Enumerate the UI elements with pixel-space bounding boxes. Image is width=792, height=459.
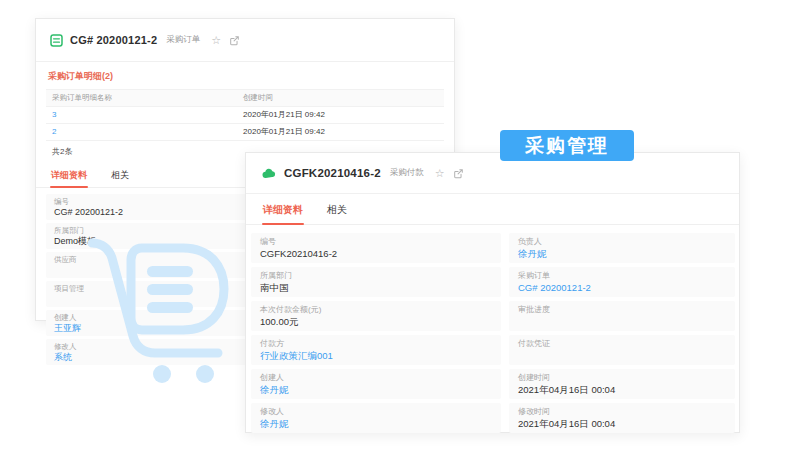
related-list-section: 采购订单明细(2) 采购订单明细名称 创建时间 3 2020年01月21日 09… bbox=[36, 62, 454, 159]
field-number: 编号 CGFK20210416-2 bbox=[251, 233, 501, 263]
related-list-title[interactable]: 采购订单明细(2) bbox=[46, 67, 444, 89]
row-name-link[interactable]: 3 bbox=[52, 110, 56, 119]
shopping-cart-watermark bbox=[85, 224, 245, 396]
fields-left-column: 编号 CGFK20210416-2 所属部门 南中国 本次付款金额(元) 100… bbox=[251, 233, 501, 437]
payment-object-type-label: 采购付款 bbox=[390, 167, 424, 179]
payment-cloud-icon bbox=[262, 167, 277, 179]
tab-related[interactable]: 相关 bbox=[326, 200, 348, 224]
purchase-management-badge: 采购管理 bbox=[500, 130, 634, 161]
field-approval-progress: 审批进度 bbox=[509, 301, 735, 331]
table-header-row: 采购订单明细名称 创建时间 bbox=[46, 89, 444, 107]
tab-related[interactable]: 相关 bbox=[110, 165, 130, 187]
field-modified-time: 修改时间 2021年04月16日 00:04 bbox=[509, 403, 735, 433]
tab-detail[interactable]: 详细资料 bbox=[50, 165, 88, 187]
table-row: 2 2020年01月21日 09:42 bbox=[46, 124, 444, 141]
field-payment-voucher: 付款凭证 bbox=[509, 335, 735, 365]
field-created-time: 创建时间 2021年04月16日 00:04 bbox=[509, 369, 735, 399]
tab-detail[interactable]: 详细资料 bbox=[262, 200, 304, 224]
row-name-link[interactable]: 2 bbox=[52, 127, 56, 136]
payment-panel-title: CGFK20210416-2 bbox=[284, 167, 381, 179]
table-row: 3 2020年01月21日 09:42 bbox=[46, 107, 444, 124]
field-modifier: 修改人 徐丹妮 bbox=[251, 403, 501, 433]
star-icon[interactable]: ☆ bbox=[211, 35, 221, 46]
field-department: 所属部门 南中国 bbox=[251, 267, 501, 297]
field-purchase-order: 采购订单 CG# 20200121-2 bbox=[509, 267, 735, 297]
field-creator: 创建人 徐丹妮 bbox=[251, 369, 501, 399]
row-created-time: 2020年01月21日 09:42 bbox=[237, 124, 444, 140]
star-icon[interactable]: ☆ bbox=[435, 168, 445, 179]
payment-panel-header: CGFK20210416-2 采购付款 ☆ bbox=[246, 153, 739, 194]
share-icon[interactable] bbox=[229, 35, 240, 46]
payment-detail-fields: 编号 CGFK20210416-2 所属部门 南中国 本次付款金额(元) 100… bbox=[246, 225, 739, 437]
purchase-payment-panel: CGFK20210416-2 采购付款 ☆ 详细资料 相关 编号 CGFK202… bbox=[245, 152, 740, 433]
related-list-table: 采购订单明细名称 创建时间 3 2020年01月21日 09:42 2 2020… bbox=[46, 89, 444, 159]
order-document-icon bbox=[50, 34, 63, 47]
column-header-created: 创建时间 bbox=[237, 90, 444, 106]
order-panel-title: CG# 20200121-2 bbox=[70, 34, 157, 46]
payment-tab-bar: 详细资料 相关 bbox=[246, 194, 739, 225]
column-header-name: 采购订单明细名称 bbox=[46, 90, 237, 106]
order-object-type-label: 采购订单 bbox=[166, 34, 200, 46]
field-owner: 负责人 徐丹妮 bbox=[509, 233, 735, 263]
share-icon[interactable] bbox=[453, 168, 464, 179]
row-created-time: 2020年01月21日 09:42 bbox=[237, 107, 444, 123]
field-payer: 付款方 行业政策汇编001 bbox=[251, 335, 501, 365]
field-payment-amount: 本次付款金额(元) 100.00元 bbox=[251, 301, 501, 331]
order-panel-header: CG# 20200121-2 采购订单 ☆ bbox=[36, 19, 454, 62]
page: CG# 20200121-2 采购订单 ☆ 采购订单明细(2) 采购订单明细名称… bbox=[0, 0, 792, 459]
fields-right-column: 负责人 徐丹妮 采购订单 CG# 20200121-2 审批进度 付款凭证 创建… bbox=[509, 233, 735, 437]
